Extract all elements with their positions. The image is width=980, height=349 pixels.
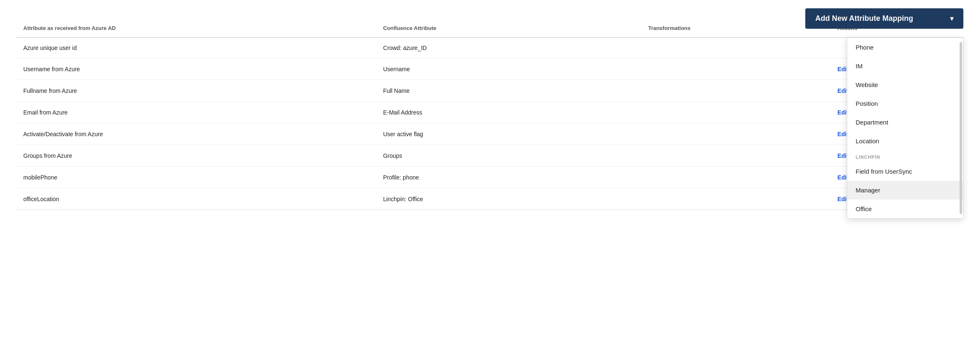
table-row: Fullname from AzureFull NameEdit✏️ <box>17 80 963 102</box>
dropdown-item-location[interactable]: Location <box>847 132 963 150</box>
cell-transformations <box>641 102 831 123</box>
cell-azure-attr: Fullname from Azure <box>17 80 376 102</box>
cell-transformations <box>641 80 831 102</box>
cell-azure-attr: Activate/Deactivate from Azure <box>17 123 376 145</box>
cell-azure-attr: mobilePhone <box>17 167 376 188</box>
cell-azure-attr: Azure unique user id <box>17 37 376 58</box>
table-row: Azure unique user idCrowd: azure_ID <box>17 37 963 58</box>
dropdown-item-im[interactable]: IM <box>847 57 963 75</box>
cell-azure-attr: officeLocation <box>17 188 376 210</box>
dropdown-wrapper: Add New Attribute Mapping ▾ Phone IM Web… <box>805 8 963 29</box>
cell-confluence-attr: Linchpin: Office <box>376 188 641 210</box>
add-button-label: Add New Attribute Mapping <box>815 14 913 23</box>
cell-transformations <box>641 37 831 58</box>
cell-azure-attr: Email from Azure <box>17 102 376 123</box>
add-new-attribute-button[interactable]: Add New Attribute Mapping ▾ <box>805 8 963 29</box>
cell-confluence-attr: E-Mail Address <box>376 102 641 123</box>
table-row: officeLocationLinchpin: OfficeEdit✏️Dele… <box>17 188 963 210</box>
cell-confluence-attr: Groups <box>376 145 641 167</box>
cell-transformations <box>641 123 831 145</box>
dropdown-item-website[interactable]: Website <box>847 75 963 94</box>
dropdown-item-manager[interactable]: Manager <box>847 181 963 199</box>
table-row: Groups from AzureGroupsEdit✏️ <box>17 145 963 167</box>
cell-transformations <box>641 58 831 80</box>
table-row: mobilePhoneProfile: phoneEdit✏️ <box>17 167 963 188</box>
dropdown-item-phone[interactable]: Phone <box>847 38 963 57</box>
dropdown-menu: Phone IM Website Position Department <box>847 37 963 219</box>
page-container: Add New Attribute Mapping ▾ Phone IM Web… <box>0 0 980 349</box>
cell-azure-attr: Username from Azure <box>17 58 376 80</box>
dropdown-item-office[interactable]: Office <box>847 199 963 218</box>
scrollbar[interactable] <box>960 42 962 214</box>
table-row: Email from AzureE-Mail AddressEdit✏️ <box>17 102 963 123</box>
col-header-transformations: Transformations <box>641 21 831 37</box>
cell-confluence-attr: Full Name <box>376 80 641 102</box>
cell-confluence-attr: Crowd: azure_ID <box>376 37 641 58</box>
table-row: Username from AzureUsernameEdit✏️ <box>17 58 963 80</box>
dropdown-item-field-usersync[interactable]: Field from UserSync <box>847 162 963 181</box>
cell-confluence-attr: User active flag <box>376 123 641 145</box>
chevron-down-icon: ▾ <box>950 15 953 22</box>
col-header-azure: Attribute as received from Azure AD <box>17 21 376 37</box>
cell-transformations <box>641 188 831 210</box>
cell-transformations <box>641 167 831 188</box>
cell-azure-attr: Groups from Azure <box>17 145 376 167</box>
dropdown-item-department[interactable]: Department <box>847 113 963 132</box>
cell-confluence-attr: Profile: phone <box>376 167 641 188</box>
dropdown-section-linchpin: LINCHPIN <box>847 150 963 162</box>
dropdown-item-position[interactable]: Position <box>847 94 963 113</box>
table-row: Activate/Deactivate from AzureUser activ… <box>17 123 963 145</box>
attribute-table: Attribute as received from Azure AD Conf… <box>17 21 963 210</box>
cell-confluence-attr: Username <box>376 58 641 80</box>
col-header-confluence: Confluence Attribute <box>376 21 641 37</box>
cell-transformations <box>641 145 831 167</box>
